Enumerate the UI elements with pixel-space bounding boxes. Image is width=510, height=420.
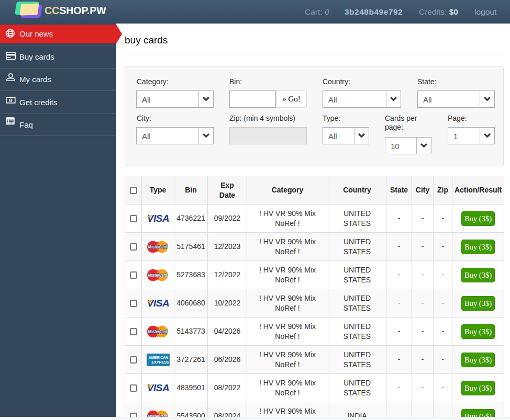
svg-text:EXPRESS: EXPRESS (151, 360, 169, 364)
svg-text:VISA: VISA (147, 299, 169, 308)
svg-text:VISA: VISA (147, 214, 169, 223)
svg-text:MasterCard: MasterCard (148, 244, 168, 249)
svg-text:MasterCard: MasterCard (148, 273, 168, 278)
svg-text:VISA: VISA (147, 383, 169, 393)
svg-text:AMERICAN: AMERICAN (148, 355, 168, 359)
svg-text:MasterCard: MasterCard (148, 329, 168, 334)
